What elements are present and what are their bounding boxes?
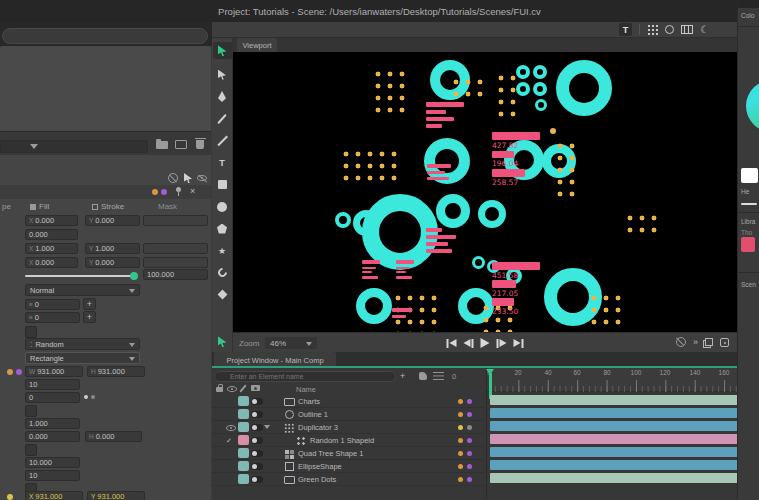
- layer-swatch[interactable]: [238, 396, 249, 406]
- snapping-icon[interactable]: [676, 337, 686, 347]
- text-tool-button[interactable]: T: [619, 23, 632, 36]
- checkbox[interactable]: [25, 405, 37, 417]
- add-element-button[interactable]: +: [400, 371, 405, 381]
- orange-dot-icon[interactable]: [458, 438, 463, 443]
- checkbox[interactable]: [25, 444, 37, 456]
- layer-row-random-shape[interactable]: ✓ Random 1 Shapeid: [212, 434, 487, 447]
- go-to-end-button[interactable]: [514, 336, 524, 350]
- toggle-icon[interactable]: [251, 437, 263, 444]
- track-bar[interactable]: [490, 447, 759, 457]
- seed-field[interactable]: 0: [25, 392, 80, 403]
- pink-swatch[interactable]: [741, 237, 755, 252]
- duplicate-icon[interactable]: [705, 338, 713, 346]
- folder-icon[interactable]: [156, 141, 168, 149]
- film-icon[interactable]: [681, 25, 693, 34]
- purple-dot-icon[interactable]: [467, 438, 472, 443]
- pen-tool[interactable]: [216, 90, 229, 103]
- tab-fill[interactable]: Fill: [30, 202, 49, 211]
- keyframe-orange-dot[interactable]: [7, 369, 13, 375]
- trash-icon[interactable]: [196, 140, 204, 149]
- layer-swatch[interactable]: [238, 409, 249, 419]
- go-to-start-button[interactable]: [447, 336, 457, 350]
- orange-dot-icon[interactable]: [458, 464, 463, 469]
- pos-y-field[interactable]: Y0.000: [85, 215, 140, 226]
- shape-type-dropdown[interactable]: Rectangle: [25, 352, 140, 364]
- layer-row-duplicator[interactable]: Duplicator 3: [212, 421, 487, 434]
- track-bar[interactable]: [490, 434, 759, 444]
- pencil-tool[interactable]: [216, 112, 229, 125]
- scale-y-field[interactable]: Y1.000: [85, 243, 140, 254]
- value-field[interactable]: 0.000: [25, 431, 80, 442]
- expander-icon[interactable]: [264, 425, 270, 432]
- toggle-icon[interactable]: [251, 476, 263, 483]
- star-tool[interactable]: ★: [216, 244, 229, 257]
- pick-cursor-icon[interactable]: [184, 173, 192, 183]
- filter-flag-icon[interactable]: [419, 372, 427, 380]
- count-field[interactable]: 10: [25, 379, 80, 390]
- timeline-tracks-area[interactable]: 0 20 40 60 80 100 120 140 160: [487, 368, 759, 500]
- value-field[interactable]: H0.000: [85, 431, 142, 442]
- track-bar[interactable]: [490, 395, 759, 405]
- focus-icon[interactable]: [720, 338, 729, 347]
- purple-dot-icon[interactable]: [467, 477, 472, 482]
- purple-dot-icon[interactable]: [161, 189, 167, 195]
- purple-dot-icon[interactable]: [467, 412, 472, 417]
- render-column-icon[interactable]: [251, 385, 260, 391]
- filter-sliders-icon[interactable]: [433, 372, 444, 380]
- orange-dot-icon[interactable]: [458, 412, 463, 417]
- text-tool[interactable]: T: [216, 156, 229, 169]
- rotation-field[interactable]: 0.000: [25, 229, 78, 240]
- layer-swatch[interactable]: [238, 435, 249, 445]
- track-bar[interactable]: [490, 460, 759, 470]
- rectangle-tool[interactable]: [216, 178, 229, 191]
- layer-row-outline[interactable]: Outline 1: [212, 408, 487, 421]
- chevron-down-icon[interactable]: [30, 144, 38, 153]
- pos-x-field[interactable]: X0.000: [25, 215, 78, 226]
- mask-field-empty[interactable]: [143, 215, 208, 226]
- opacity-slider-track[interactable]: [25, 275, 135, 277]
- viewport-tab[interactable]: Viewport: [237, 38, 277, 52]
- grid-dots-icon[interactable]: [647, 24, 658, 35]
- toggle-icon[interactable]: [251, 450, 263, 457]
- purple-dot-icon[interactable]: [467, 399, 472, 404]
- position-x-field-active[interactable]: X931.000: [25, 491, 83, 500]
- height-field[interactable]: H931.000: [87, 366, 145, 377]
- opacity-field[interactable]: 100.000: [143, 269, 208, 280]
- track-bar[interactable]: [490, 473, 759, 483]
- orange-dot-icon[interactable]: [152, 189, 158, 195]
- left-search-field[interactable]: [2, 28, 208, 44]
- color-wheel[interactable]: [746, 80, 759, 132]
- track-bar[interactable]: [490, 408, 759, 418]
- opacity-slider-knob[interactable]: [130, 272, 138, 280]
- viewport-canvas[interactable]: 427.82 196.04 258.57 451.58 217.05 233.5…: [233, 52, 737, 332]
- eye-icon[interactable]: [226, 425, 236, 431]
- blend-mode-dropdown[interactable]: Normal: [25, 284, 140, 296]
- line-tool[interactable]: [216, 134, 229, 147]
- layer-row-charts[interactable]: Charts: [212, 395, 487, 408]
- keyframe-yellow-dot[interactable]: [7, 494, 13, 500]
- zoom-dropdown[interactable]: 46%: [265, 337, 317, 349]
- orange-dot-icon[interactable]: [458, 477, 463, 482]
- lock-column-icon[interactable]: [216, 387, 223, 392]
- value-field[interactable]: 1.000: [25, 418, 80, 429]
- distribution-dropdown[interactable]: ⁚Random: [25, 338, 140, 350]
- value-slider[interactable]: [741, 203, 757, 205]
- select-tool[interactable]: [213, 42, 232, 59]
- value-field[interactable]: 10.000: [25, 457, 80, 468]
- toggle-icon[interactable]: [251, 398, 263, 405]
- circle-icon[interactable]: [665, 25, 674, 34]
- toggle-icon[interactable]: [251, 424, 263, 431]
- layer-swatch[interactable]: [238, 422, 249, 432]
- node-select-tool[interactable]: [216, 68, 229, 81]
- orange-dot-icon[interactable]: [458, 399, 463, 404]
- tab-mask[interactable]: Mask: [158, 202, 177, 211]
- track-bar[interactable]: [490, 421, 759, 431]
- index-field-2[interactable]: ≡0: [25, 312, 80, 323]
- diamond-tool[interactable]: [216, 288, 229, 301]
- layer-swatch[interactable]: [238, 474, 249, 484]
- skew-y-field[interactable]: Y0.000: [85, 257, 140, 268]
- toggle-icon[interactable]: [251, 411, 263, 418]
- mini-dot-icon[interactable]: [84, 395, 88, 399]
- edit-column-icon[interactable]: [239, 384, 246, 392]
- check-icon[interactable]: ✓: [226, 434, 232, 447]
